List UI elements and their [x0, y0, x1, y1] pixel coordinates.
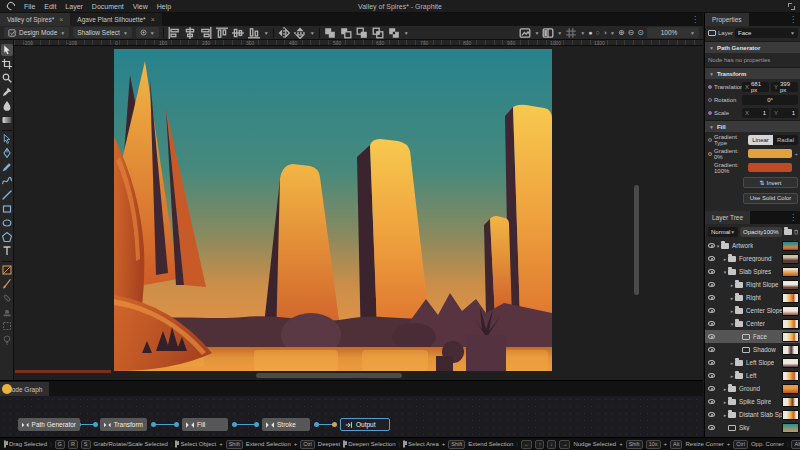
align-top-icon[interactable]: [216, 27, 228, 38]
visibility-eye-icon[interactable]: [708, 360, 715, 365]
visibility-eye-icon[interactable]: [708, 425, 715, 430]
tool-patch[interactable]: [1, 320, 13, 332]
gradient-stop0-swatch[interactable]: [748, 149, 792, 158]
layer-row-right-slope[interactable]: ▸Right Slope: [705, 278, 800, 291]
layer-row-ground[interactable]: ▸Ground: [705, 382, 800, 395]
visibility-eye-icon[interactable]: [708, 243, 715, 248]
menu-file[interactable]: File: [24, 3, 35, 10]
flip-options-chevron-icon[interactable]: ▼: [310, 30, 315, 36]
split-view-icon[interactable]: [542, 27, 554, 38]
input-port-icon[interactable]: [708, 111, 712, 115]
canvas-viewport[interactable]: [14, 46, 703, 380]
menu-layer[interactable]: Layer: [65, 3, 83, 10]
tool-ellipse[interactable]: [1, 217, 13, 229]
primary-color-swatch[interactable]: [2, 384, 12, 394]
input-port-icon[interactable]: [708, 152, 712, 156]
align-left-icon[interactable]: [168, 27, 180, 38]
visibility-eye-icon[interactable]: [708, 386, 715, 391]
layer-row-slab-spires[interactable]: ▾Slab Spires: [705, 265, 800, 278]
panel-menu-icon[interactable]: ⋮: [785, 213, 800, 222]
layer-row-spike-spire[interactable]: ▸Spike Spire: [705, 395, 800, 408]
layer-row-center-slope[interactable]: ▸Center Slope: [705, 304, 800, 317]
tool-relight[interactable]: [1, 334, 13, 346]
view-mode-chevron-icon[interactable]: ▼: [610, 30, 615, 36]
node-input-port[interactable]: [174, 422, 179, 427]
design-mode-dropdown[interactable]: Design Mode ▼: [4, 27, 69, 38]
graphite-logo-icon[interactable]: [5, 0, 16, 11]
blend-mode-dropdown[interactable]: Normal▼: [708, 227, 738, 237]
layer-row-sky[interactable]: Sky: [705, 421, 800, 434]
tab-layer-tree[interactable]: Layer Tree: [705, 211, 750, 224]
tab-bar-menu-icon[interactable]: ⋮: [687, 15, 703, 24]
layer-name-dropdown[interactable]: Face ▼: [735, 28, 798, 38]
tool-gradient[interactable]: [1, 114, 13, 126]
artboard-overlay-icon[interactable]: [519, 27, 531, 38]
visibility-eye-icon[interactable]: [708, 308, 715, 313]
tool-rectangle[interactable]: [1, 203, 13, 215]
boolean-subtract-back-icon[interactable]: [356, 27, 368, 38]
align-horizontal-center-icon[interactable]: [184, 27, 196, 38]
use-solid-color-button[interactable]: Use Solid Color: [743, 193, 798, 204]
flip-horizontal-icon[interactable]: [278, 27, 290, 38]
visibility-eye-icon[interactable]: [708, 334, 715, 339]
view-mode-pixels-icon[interactable]: ◑: [603, 29, 607, 36]
node-stroke[interactable]: Stroke: [262, 418, 310, 431]
vertical-scrollbar[interactable]: [634, 185, 639, 295]
visibility-eye-icon[interactable]: [708, 282, 715, 287]
zoom-level-field[interactable]: 100% ▼: [647, 27, 699, 38]
zoom-in-icon[interactable]: ⊕: [618, 28, 625, 37]
layer-row-left-slope[interactable]: ▸Left Slope: [705, 356, 800, 369]
input-port-icon[interactable]: [708, 138, 712, 142]
tool-pen[interactable]: [1, 147, 13, 159]
translation-y-field[interactable]: Y399 px: [771, 82, 798, 92]
delete-layer-icon[interactable]: [794, 228, 798, 236]
panel-menu-icon[interactable]: ⋮: [785, 15, 800, 24]
scale-y-field[interactable]: Y1: [771, 108, 798, 118]
add-stop-button[interactable]: +: [794, 151, 798, 157]
align-right-icon[interactable]: [200, 27, 212, 38]
section-transform[interactable]: ▼ Transform: [705, 67, 800, 79]
snapping-grid-icon[interactable]: [565, 27, 577, 38]
layer-row-center[interactable]: ▾Center: [705, 317, 800, 330]
visibility-eye-icon[interactable]: [708, 295, 715, 300]
tool-brush[interactable]: [1, 278, 13, 290]
rotation-field[interactable]: 0°: [742, 95, 798, 105]
tool-fill[interactable]: [1, 100, 13, 112]
chevron-down-icon[interactable]: ▼: [534, 30, 539, 36]
layer-row-right[interactable]: ▸Right: [705, 291, 800, 304]
tab-properties[interactable]: Properties: [705, 13, 749, 26]
tool-clone[interactable]: [1, 306, 13, 318]
tool-path[interactable]: [1, 133, 13, 145]
visibility-eye-icon[interactable]: [708, 412, 715, 417]
node-input-port[interactable]: [332, 422, 337, 427]
scale-x-field[interactable]: X1: [742, 108, 769, 118]
tool-spline[interactable]: [1, 175, 13, 187]
node-input-port[interactable]: [93, 422, 98, 427]
chevron-down-icon[interactable]: ▼: [557, 30, 562, 36]
gradient-radial-button[interactable]: Radial: [773, 135, 798, 145]
node-output-port[interactable]: [314, 422, 319, 427]
tool-line[interactable]: [1, 189, 13, 201]
view-mode-normal-icon[interactable]: ●: [588, 29, 592, 36]
layer-row-left[interactable]: ▸Left: [705, 369, 800, 382]
menu-edit[interactable]: Edit: [44, 3, 56, 10]
zoom-out-icon[interactable]: ⊖: [628, 28, 635, 37]
horizontal-scrollbar[interactable]: [256, 373, 402, 378]
node-transform[interactable]: Transform: [100, 418, 147, 431]
node-output-port[interactable]: [151, 422, 156, 427]
close-tab-icon[interactable]: ×: [151, 16, 155, 23]
node-output[interactable]: Output: [340, 418, 390, 431]
visibility-eye-icon[interactable]: [708, 399, 715, 404]
visibility-eye-icon[interactable]: [708, 256, 715, 261]
layer-row-foreground[interactable]: ▸Foreground: [705, 252, 800, 265]
layer-row-artwork[interactable]: ▾Artwork: [705, 239, 800, 252]
flip-vertical-icon[interactable]: [294, 27, 306, 38]
menu-document[interactable]: Document: [92, 3, 124, 10]
new-folder-icon[interactable]: [784, 229, 792, 235]
layer-row-distant-slab-spire[interactable]: ▸Distant Slab Spire: [705, 408, 800, 421]
tool-frame[interactable]: [1, 264, 13, 276]
node-input-port[interactable]: [254, 422, 259, 427]
visibility-eye-icon[interactable]: [708, 269, 715, 274]
align-vertical-center-icon[interactable]: [232, 27, 244, 38]
menu-view[interactable]: View: [133, 3, 148, 10]
